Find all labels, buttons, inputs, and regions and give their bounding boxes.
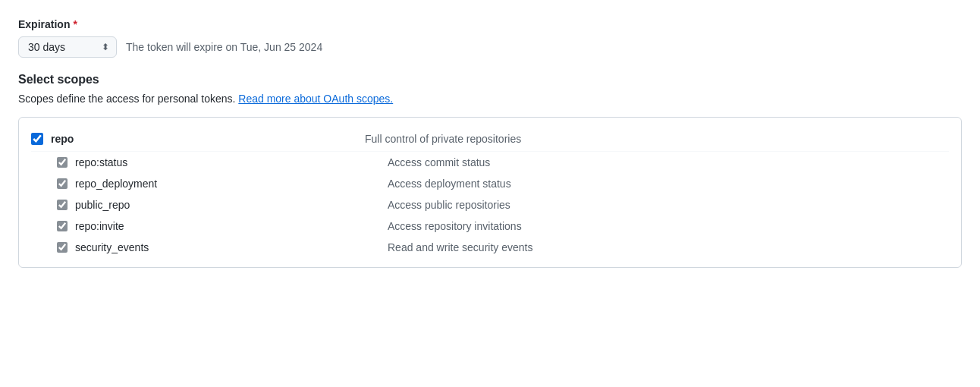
repo-status-description: Access commit status: [388, 156, 490, 168]
repo-invite-description: Access repository invitations: [388, 220, 522, 232]
scopes-description-text: Scopes define the access for personal to…: [18, 93, 235, 105]
public-repo-name: public_repo: [75, 199, 130, 211]
required-indicator: *: [73, 18, 77, 30]
repo-deployment-description: Access deployment status: [388, 178, 511, 190]
repo-status-name: repo:status: [75, 156, 127, 168]
select-scopes-title: Select scopes: [18, 73, 962, 87]
repo-invite-checkbox[interactable]: [57, 221, 68, 231]
expiration-label: Expiration *: [18, 18, 962, 30]
repo-deployment-name: repo_deployment: [75, 178, 157, 190]
scope-row-security-events: security_events Read and write security …: [31, 237, 949, 258]
expiration-hint: The token will expire on Tue, Jun 25 202…: [126, 41, 322, 53]
repo-status-checkbox[interactable]: [57, 157, 68, 168]
scope-row-public-repo: public_repo Access public repositories: [31, 194, 949, 216]
security-events-name: security_events: [75, 241, 149, 253]
expiration-label-text: Expiration: [18, 18, 70, 30]
repo-invite-name: repo:invite: [75, 220, 124, 232]
scope-row-repo-deployment: repo_deployment Access deployment status: [31, 173, 949, 194]
repo-checkbox[interactable]: [31, 133, 43, 145]
scope-row-repo: repo Full control of private repositorie…: [31, 127, 949, 151]
repo-description: Full control of private repositories: [365, 133, 521, 145]
security-events-description: Read and write security events: [388, 241, 532, 253]
scopes-description: Scopes define the access for personal to…: [18, 93, 962, 105]
repo-invite-label-col: repo:invite: [54, 220, 388, 232]
expiration-select[interactable]: 7 days 30 days 60 days 90 days Custom No…: [18, 36, 117, 58]
scope-row-repo-status: repo:status Access commit status: [31, 151, 949, 173]
select-scopes-section: Select scopes Scopes define the access f…: [18, 73, 962, 268]
security-events-label-col: security_events: [54, 241, 388, 253]
expiration-section: Expiration * 7 days 30 days 60 days 90 d…: [18, 18, 962, 58]
repo-status-label-col: repo:status: [54, 156, 388, 168]
oauth-scopes-link[interactable]: Read more about OAuth scopes.: [238, 93, 393, 105]
repo-deployment-checkbox[interactable]: [57, 178, 68, 189]
repo-deployment-label-col: repo_deployment: [54, 178, 388, 190]
expiration-select-wrapper: 7 days 30 days 60 days 90 days Custom No…: [18, 36, 117, 58]
repo-label-col: repo: [31, 133, 365, 145]
scopes-box: repo Full control of private repositorie…: [18, 117, 962, 268]
public-repo-description: Access public repositories: [388, 199, 510, 211]
public-repo-label-col: public_repo: [54, 199, 388, 211]
security-events-checkbox[interactable]: [57, 242, 68, 253]
public-repo-checkbox[interactable]: [57, 200, 68, 210]
scope-row-repo-invite: repo:invite Access repository invitation…: [31, 216, 949, 237]
repo-name: repo: [51, 133, 74, 145]
